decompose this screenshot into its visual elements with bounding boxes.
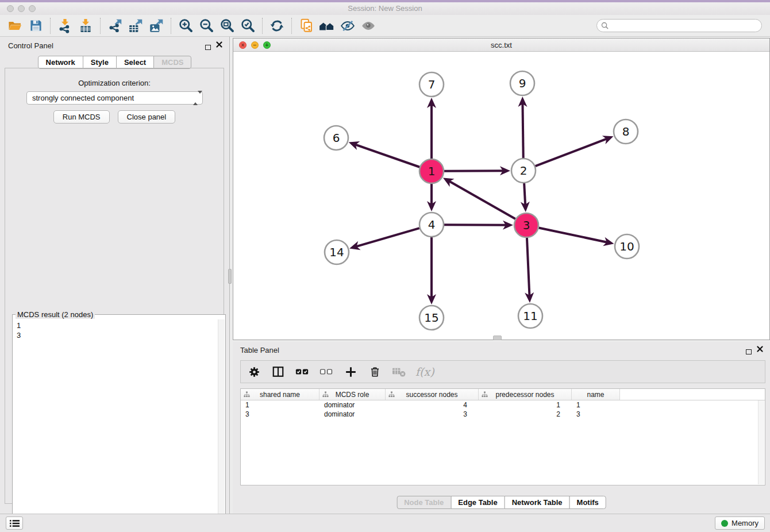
create-column-button[interactable] [343, 364, 358, 379]
open-session-button[interactable] [5, 17, 25, 35]
network-canvas[interactable]: 7968124314101511 [233, 52, 769, 340]
tab-select[interactable]: Select [116, 56, 154, 69]
duplicate-network-button[interactable] [296, 17, 317, 35]
zoom-selected-button[interactable] [237, 17, 258, 35]
table-cell[interactable]: 1 [479, 401, 572, 409]
control-panel-header: Control Panel [0, 37, 229, 54]
table-cell[interactable]: 4 [386, 401, 479, 409]
export-network-button[interactable] [105, 17, 125, 35]
task-history-button[interactable] [6, 516, 23, 530]
zoom-in-button[interactable] [175, 17, 196, 35]
edge-2-3[interactable] [524, 183, 525, 209]
import-table-button[interactable] [75, 17, 96, 35]
toolbar-separator [50, 18, 51, 34]
select-all-columns-button[interactable] [295, 364, 310, 379]
node-label-10: 10 [619, 240, 634, 253]
column-label: MCDS role [336, 391, 369, 399]
tab-motifs[interactable]: Motifs [569, 496, 606, 509]
export-image-button[interactable] [146, 17, 167, 35]
close-panel-button-mcds[interactable]: Close panel [118, 110, 176, 124]
hide-eye-button[interactable] [337, 17, 358, 35]
tab-style[interactable]: Style [83, 56, 117, 69]
edge-4-3[interactable] [444, 225, 510, 225]
node-label-11: 11 [523, 309, 537, 323]
column-label: predecessor nodes [495, 391, 554, 399]
column-header-predecessor-nodes[interactable]: predecessor nodes [479, 389, 572, 400]
memory-status-dot-icon [721, 520, 728, 527]
edge-1-2[interactable] [444, 171, 507, 171]
import-network-button[interactable] [55, 17, 75, 35]
window-title: Session: New Session [0, 4, 770, 13]
zoom-fit-button[interactable] [217, 17, 237, 35]
trash-icon [369, 365, 381, 378]
edge-4-14[interactable] [352, 228, 419, 248]
float-table-panel-button[interactable] [746, 346, 752, 357]
column-header-successor-nodes[interactable]: successor nodes [386, 389, 479, 400]
edge-3-10[interactable] [539, 228, 611, 244]
vertical-splitter-grip[interactable] [228, 269, 232, 284]
tab-network[interactable]: Network [38, 56, 83, 69]
criterion-select[interactable]: strongly connected component [26, 91, 203, 105]
result-scrollbar[interactable] [218, 319, 225, 530]
delete-column-button[interactable] [367, 364, 382, 379]
table-cell[interactable]: 1 [572, 401, 620, 409]
node-label-3: 3 [523, 218, 530, 232]
node-label-14: 14 [329, 245, 344, 259]
edge-3-1[interactable] [445, 179, 515, 219]
mcds-result-box: MCDS result (2 nodes) 1 3 [12, 310, 226, 531]
table-cell[interactable]: 2 [479, 410, 572, 418]
clear-all-columns-button[interactable] [319, 364, 334, 379]
edge-1-6[interactable] [351, 143, 419, 167]
tab-node-table[interactable]: Node Table [396, 496, 451, 509]
edge-3-11[interactable] [527, 238, 530, 300]
memory-button[interactable]: Memory [715, 516, 765, 530]
search-field[interactable] [596, 19, 762, 32]
table-row[interactable]: 3dominator323 [241, 410, 765, 419]
export-table-button[interactable] [125, 17, 146, 35]
network-window-titlebar: × − + scc.txt [233, 38, 769, 52]
table-panel-title: Table Panel [240, 346, 279, 354]
split-panel-button[interactable] [271, 364, 286, 379]
close-table-panel-button[interactable] [757, 346, 763, 352]
show-eye-button[interactable] [358, 17, 379, 35]
edge-2-8[interactable] [536, 137, 611, 166]
edge-2-9[interactable] [522, 99, 523, 158]
refresh-button[interactable] [267, 17, 287, 35]
node-table: shared name MCDS role successor nodes pr… [240, 388, 765, 485]
zoom-fit-icon [220, 18, 235, 33]
table-cell[interactable]: 1 [241, 401, 319, 409]
zoom-selected-icon [240, 18, 256, 33]
column-header-shared-name[interactable]: shared name [241, 389, 319, 400]
node-label-15: 15 [424, 311, 438, 325]
tab-mcds[interactable]: MCDS [153, 56, 191, 69]
table-cell[interactable]: 3 [241, 410, 319, 418]
table-cell[interactable]: 3 [572, 410, 620, 418]
criterion-selected-value: strongly connected component [32, 94, 134, 102]
column-header-mcds-role[interactable]: MCDS role [319, 389, 386, 400]
double-house-icon [319, 18, 335, 33]
tab-network-table[interactable]: Network Table [505, 496, 570, 509]
column-label: successor nodes [406, 391, 457, 399]
table-scrollbar[interactable] [758, 400, 764, 484]
folder-open-icon [7, 19, 22, 33]
select-chevrons-icon [193, 94, 199, 103]
node-label-4: 4 [428, 218, 436, 232]
tab-edge-table[interactable]: Edge Table [451, 496, 505, 509]
floppy-disk-icon [29, 19, 43, 32]
table-cell[interactable]: dominator [319, 410, 386, 418]
column-header-name[interactable]: name [572, 389, 620, 400]
clear-checks-icon [319, 367, 333, 377]
list-icon [10, 519, 20, 527]
horizontal-splitter-grip[interactable] [493, 336, 502, 340]
zoom-out-button[interactable] [196, 17, 217, 35]
run-mcds-button[interactable]: Run MCDS [53, 110, 110, 124]
double-house-button[interactable] [317, 17, 337, 35]
float-panel-button[interactable] [205, 42, 211, 52]
table-row[interactable]: 1dominator411 [241, 400, 765, 410]
search-input[interactable] [611, 21, 761, 30]
table-cell[interactable]: 3 [386, 410, 479, 418]
table-cell[interactable]: dominator [319, 401, 386, 409]
save-session-button[interactable] [25, 17, 46, 35]
table-settings-button[interactable] [247, 364, 261, 379]
close-panel-button[interactable] [216, 41, 222, 48]
